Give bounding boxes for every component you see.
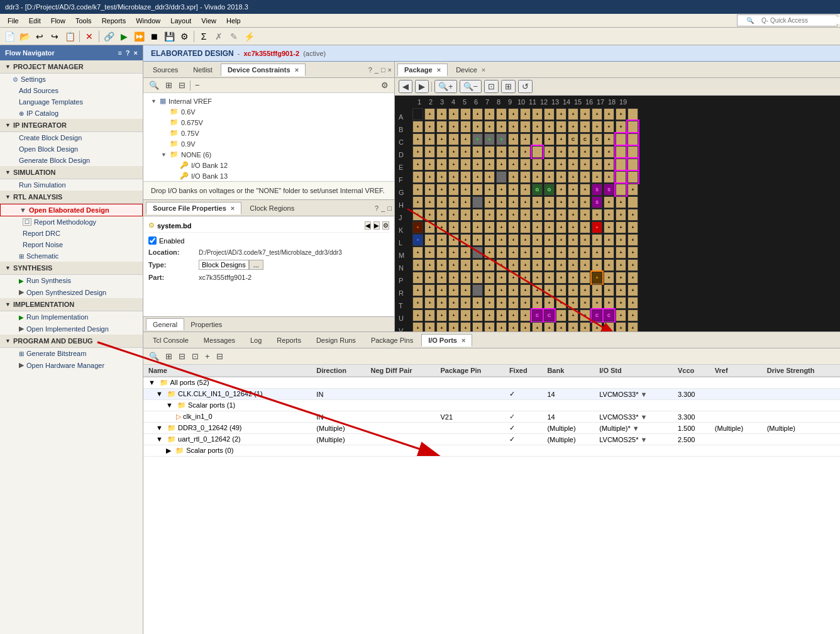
- cell-l1[interactable]: +: [412, 234, 423, 246]
- cell-k15[interactable]: +: [580, 221, 590, 233]
- cell-m19[interactable]: +: [627, 247, 638, 259]
- cell-g1[interactable]: +: [412, 184, 423, 196]
- cell-c7[interactable]: +: [484, 133, 495, 145]
- cell-j10[interactable]: +: [520, 209, 531, 221]
- cell-t6[interactable]: +: [472, 297, 483, 309]
- cell-j9[interactable]: +: [508, 209, 519, 221]
- cell-n16[interactable]: +: [592, 259, 602, 271]
- cell-d8[interactable]: +: [496, 146, 507, 158]
- cell-b2[interactable]: +: [424, 121, 435, 133]
- cell-k5[interactable]: +: [460, 221, 471, 233]
- cell-b4[interactable]: +: [448, 121, 459, 133]
- cell-f12[interactable]: +: [544, 171, 555, 183]
- cell-n14[interactable]: +: [568, 259, 578, 271]
- sfp-maximize-icon[interactable]: □: [387, 204, 392, 212]
- cell-k1[interactable]: +: [412, 221, 423, 233]
- cell-ah2[interactable]: +: [424, 322, 435, 331]
- cell-f16[interactable]: +: [592, 171, 602, 183]
- tab-package[interactable]: Package ×: [397, 64, 448, 76]
- cell-a3[interactable]: +: [436, 108, 447, 120]
- cell-d10[interactable]: +: [520, 146, 531, 158]
- cell-b7[interactable]: +: [484, 121, 495, 133]
- cell-m8[interactable]: +: [496, 247, 507, 259]
- cell-aa1[interactable]: +: [412, 309, 423, 321]
- cell-l17[interactable]: +: [604, 234, 614, 246]
- cell-p19[interactable]: +: [627, 272, 638, 284]
- cell-p2[interactable]: +: [424, 272, 435, 284]
- cell-c9[interactable]: +: [508, 133, 519, 145]
- io-search-icon[interactable]: 🔍: [147, 351, 161, 362]
- cell-d6[interactable]: +: [472, 146, 483, 158]
- cell-e17[interactable]: +: [604, 158, 614, 170]
- cell-f10[interactable]: +: [520, 171, 531, 183]
- cell-j13[interactable]: +: [556, 209, 566, 221]
- cell-c15[interactable]: C: [580, 133, 590, 145]
- cell-m4[interactable]: +: [448, 247, 459, 259]
- scalar0-expand[interactable]: ▶: [166, 447, 171, 454]
- new-btn[interactable]: 📄: [3, 30, 16, 43]
- cell-e8[interactable]: +: [496, 158, 507, 170]
- cell-a19[interactable]: [627, 108, 638, 120]
- cell-h16[interactable]: S: [592, 196, 602, 208]
- io-expand-icon[interactable]: ⊞: [163, 351, 174, 362]
- cell-l19[interactable]: +: [627, 234, 638, 246]
- cell-e16[interactable]: +: [592, 158, 602, 170]
- cell-b1[interactable]: +: [412, 121, 423, 133]
- cell-r16[interactable]: +: [592, 284, 602, 296]
- cell-d15[interactable]: +: [580, 146, 590, 158]
- cell-c6[interactable]: +: [472, 133, 483, 145]
- cell-m6[interactable]: [472, 247, 483, 259]
- cell-aa19[interactable]: +: [627, 309, 638, 321]
- cell-b18[interactable]: +: [616, 121, 626, 133]
- cell-t4[interactable]: +: [448, 297, 459, 309]
- cell-d19[interactable]: [627, 146, 638, 158]
- cell-j19[interactable]: +: [627, 209, 638, 221]
- cell-k12[interactable]: +: [544, 221, 555, 233]
- cell-a15[interactable]: +: [580, 108, 590, 120]
- menu-layout[interactable]: Layout: [165, 16, 196, 26]
- cell-p6[interactable]: +: [472, 272, 483, 284]
- cell-h1[interactable]: +: [412, 196, 423, 208]
- cell-g10[interactable]: +: [520, 184, 531, 196]
- cell-j18[interactable]: +: [616, 209, 626, 221]
- cell-ah11[interactable]: +: [532, 322, 543, 331]
- cell-c10[interactable]: +: [520, 133, 531, 145]
- cell-c8[interactable]: +: [496, 133, 507, 145]
- nav-open-implemented[interactable]: ▶ Open Implemented Design: [0, 323, 143, 335]
- cell-d16[interactable]: +: [592, 146, 602, 158]
- tab-properties[interactable]: Properties: [184, 319, 228, 330]
- cell-d2[interactable]: +: [424, 146, 435, 158]
- cell-a16[interactable]: +: [592, 108, 602, 120]
- cell-j8[interactable]: +: [496, 209, 507, 221]
- cell-aa7[interactable]: +: [484, 309, 495, 321]
- vref-expand[interactable]: ▼: [151, 98, 157, 104]
- cell-h14[interactable]: +: [568, 196, 578, 208]
- view-back-btn[interactable]: ◀: [399, 80, 412, 93]
- quick-access-input[interactable]: [761, 17, 840, 24]
- pencil-btn[interactable]: ✎: [227, 30, 241, 43]
- cell-l16[interactable]: +: [592, 234, 602, 246]
- cell-m11[interactable]: +: [532, 247, 543, 259]
- tab-sources[interactable]: Sources: [146, 64, 185, 76]
- cell-ah4[interactable]: +: [448, 322, 459, 331]
- cell-r12[interactable]: +: [544, 284, 555, 296]
- col-neg-diff[interactable]: Neg Diff Pair: [366, 365, 436, 377]
- cell-a6[interactable]: +: [472, 108, 483, 120]
- cell-t10[interactable]: +: [520, 297, 531, 309]
- cell-h2[interactable]: +: [424, 196, 435, 208]
- cell-m2[interactable]: +: [424, 247, 435, 259]
- cell-ah12[interactable]: +: [544, 322, 555, 331]
- cell-h5[interactable]: +: [460, 196, 471, 208]
- cell-a12[interactable]: +: [544, 108, 555, 120]
- cell-b19[interactable]: [627, 121, 638, 133]
- cancel-btn[interactable]: ✗: [212, 30, 226, 43]
- cell-k9[interactable]: +: [508, 221, 519, 233]
- table-row-clk[interactable]: ▼ 📁 CLK.CLK_IN1_0_12642 (1) IN ✓ 14 LVCM…: [143, 389, 840, 400]
- nav-generate-block-design[interactable]: Generate Block Design: [0, 155, 143, 166]
- cell-g14[interactable]: +: [568, 184, 578, 196]
- menu-window[interactable]: Window: [131, 16, 165, 26]
- cell-m12[interactable]: +: [544, 247, 555, 259]
- ddr3-dropdown[interactable]: ▼: [633, 425, 639, 432]
- cell-b6[interactable]: +: [472, 121, 483, 133]
- cell-g17[interactable]: S: [604, 184, 614, 196]
